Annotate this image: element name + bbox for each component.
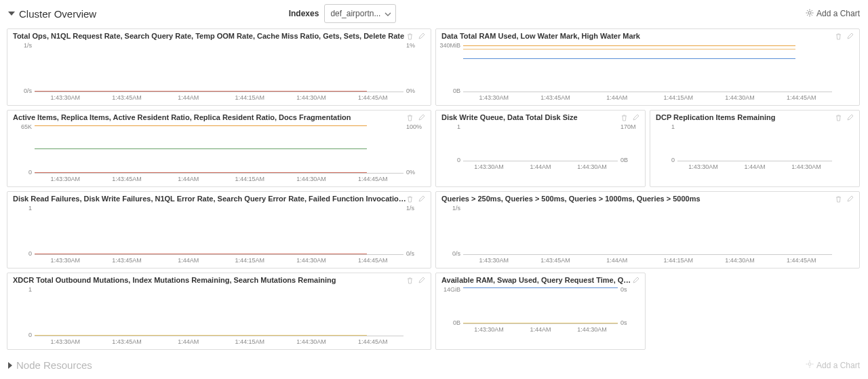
panel-read-failures: Disk Read Failures, Disk Write Failures,… [7,191,431,268]
add-chart-label: Add a Chart [816,9,860,18]
panel-dcp-replication: DCP Replication Items Remaining 1 0 1:43… [650,110,860,187]
x-axis: 1:43:30AM1:44AM1:44:30AM [463,324,618,333]
edit-icon[interactable] [418,195,425,203]
edit-icon[interactable] [418,277,425,284]
section-toggle[interactable]: Cluster Overview [8,8,96,20]
svg-point-0 [808,12,811,14]
chart-canvas[interactable]: 1 0 [677,125,832,161]
panel-xdcr: XDCR Total Outbound Mutations, Index Mut… [7,273,431,350]
svg-line-8 [811,10,812,11]
add-chart-button[interactable]: Add a Chart [806,9,860,19]
indexes-dropdown[interactable]: def_airportn... [324,4,396,23]
y-left-min: 0B [453,319,463,326]
y-left-min: 0 [457,157,463,163]
chevron-down-icon [384,9,391,18]
edit-icon[interactable] [846,195,854,203]
y-right-max: 170M [618,123,636,130]
edit-icon[interactable] [632,114,639,121]
y-left-min: 0 [28,332,35,338]
caret-down-icon [8,12,15,16]
edit-icon[interactable] [632,277,639,284]
y-left-min: 0/s [452,250,463,257]
indexes-filter: Indexes def_airportn... [289,4,397,23]
panel-slow-queries: Queries > 250ms, Queries > 500ms, Querie… [435,191,860,268]
panel-available-ram: Available RAM, Swap Used, Query Request … [435,273,646,350]
edit-icon[interactable] [846,114,854,121]
y-left-max: 65K [21,123,35,130]
edit-icon[interactable] [846,33,854,40]
x-axis: 1:43:30AM1:43:45AM1:44AM1:44:15AM1:44:30… [35,92,403,101]
panel-title: DCP Replication Items Remaining [656,113,835,121]
y-left-min: 0/s [24,87,35,94]
chart-canvas[interactable]: 340MiB 0B [463,43,832,92]
y-right-max: 1% [403,42,415,49]
y-left-max: 340MiB [439,42,463,49]
trash-icon[interactable] [406,195,414,203]
x-axis: 1:43:30AM1:43:45AM1:44AM1:44:15AM1:44:30… [35,174,403,182]
indexes-label: Indexes [289,9,319,18]
panel-title: Active Items, Replica Items, Active Resi… [13,113,406,121]
svg-line-5 [807,10,808,11]
next-section-title: Node Resources [16,359,92,371]
y-right-max: 100% [403,123,422,130]
trash-icon[interactable] [620,114,628,121]
svg-line-6 [811,14,812,15]
y-right-min: 0% [403,169,415,176]
y-right-min: 0s [618,319,627,326]
trash-icon[interactable] [835,195,842,203]
y-right-max: 0s [618,286,627,293]
y-left-max: 1 [28,205,35,212]
y-left-max: 1 [457,123,463,130]
y-left-min: 0 [28,250,35,257]
section-toggle-node-resources[interactable]: Node Resources [8,359,92,371]
y-left-max: 1/s [24,42,35,49]
add-chart-button-bottom[interactable]: Add a Chart [806,360,860,370]
chart-canvas[interactable]: 1/s 0/s [463,206,832,255]
y-left-min: 0 [671,157,677,163]
y-right-min: 0B [618,157,628,163]
y-left-max: 1/s [452,205,463,212]
caret-right-icon [8,362,12,369]
panel-title: Disk Read Failures, Disk Write Failures,… [13,195,406,203]
panel-data-ram: Data Total RAM Used, Low Water Mark, Hig… [435,28,860,106]
trash-icon[interactable] [406,277,414,284]
y-right-min: 0/s [403,250,414,257]
svg-point-9 [808,363,811,365]
chart-canvas[interactable]: 1 0 [35,287,403,336]
panel-disk-write-queue: Disk Write Queue, Data Total Disk Size 1… [435,110,646,187]
y-left-max: 1 [671,123,677,130]
svg-line-7 [807,14,808,15]
x-axis: 1:43:30AM1:44AM1:44:30AM [677,161,832,170]
y-left-max: 1 [28,286,35,293]
chart-canvas[interactable]: 65K 0 100% 0% [35,125,403,174]
trash-icon[interactable] [406,114,414,121]
panel-title: Disk Write Queue, Data Total Disk Size [441,113,620,121]
x-axis: 1:43:30AM1:43:45AM1:44AM1:44:15AM1:44:30… [35,336,403,345]
panel-title: Total Ops, N1QL Request Rate, Search Que… [13,32,406,40]
x-axis: 1:43:30AM1:44AM1:44:30AM [463,161,618,170]
trash-icon[interactable] [835,33,842,40]
section-header: Cluster Overview Indexes def_airportn...… [0,0,868,28]
panel-total-ops: Total Ops, N1QL Request Rate, Search Que… [7,28,431,106]
y-left-max: 14GiB [443,286,463,293]
chart-canvas[interactable]: 1/s 0/s 1% 0% [35,43,403,92]
chart-grid: Total Ops, N1QL Request Rate, Search Que… [0,28,868,350]
gear-icon [806,9,814,19]
panel-title: Data Total RAM Used, Low Water Mark, Hig… [441,32,835,40]
x-axis: 1:43:30AM1:43:45AM1:44AM1:44:15AM1:44:30… [35,255,403,264]
edit-icon[interactable] [418,114,425,121]
chart-canvas[interactable]: 1 0 170M 0B [463,125,618,161]
y-left-min: 0 [28,169,35,176]
panel-title: Available RAM, Swap Used, Query Request … [441,276,632,284]
chart-canvas[interactable]: 1 0 1/s 0/s [35,206,403,255]
trash-icon[interactable] [406,33,414,40]
gear-icon [806,360,814,370]
edit-icon[interactable] [418,33,425,40]
x-axis: 1:43:30AM1:43:45AM1:44AM1:44:15AM1:44:30… [463,92,832,101]
trash-icon[interactable] [835,114,842,121]
add-chart-label: Add a Chart [816,361,860,370]
chart-canvas[interactable]: 14GiB 0B 0s 0s [463,287,618,324]
y-left-min: 0B [453,87,463,94]
x-axis: 1:43:30AM1:43:45AM1:44AM1:44:15AM1:44:30… [463,255,832,264]
panel-active-items: Active Items, Replica Items, Active Resi… [7,110,431,187]
